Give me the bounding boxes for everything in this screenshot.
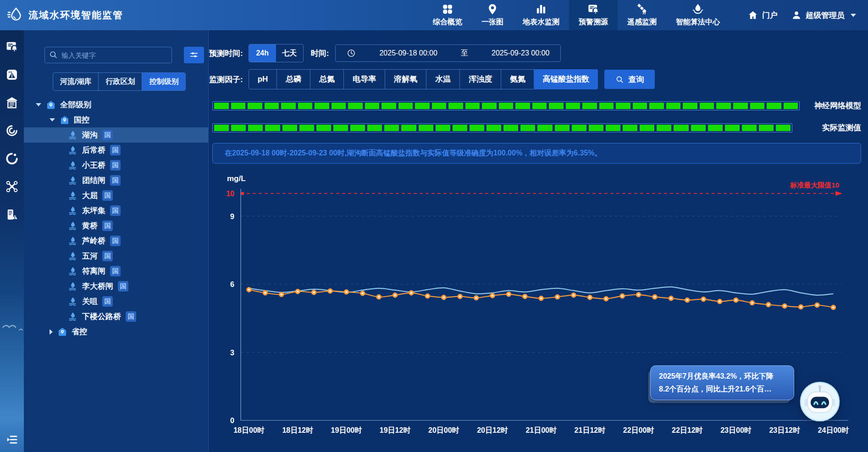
tree-station-11[interactable]: 关咀国 [24, 294, 208, 309]
water-drop-waves-icon [68, 206, 78, 216]
predict-time-label: 预测时间: [209, 48, 243, 59]
accuracy-summary-text: 在2025-09-18 00时-2025-09-23 00时,湖沟断面高锰酸盐指… [225, 149, 602, 158]
station-tree: 全部级别国控湖沟国后常桥国小王桥国团结闸国大屈国东坪集国黄桥国芦岭桥国五河国符离… [24, 97, 208, 339]
time-start-value: 2025-09-18 00:00 [379, 49, 437, 57]
nav-item-2[interactable]: 地表水监测 [513, 0, 569, 30]
portal-link[interactable]: 门户 [748, 10, 778, 21]
factor-option-4[interactable]: 溶解氧 [385, 70, 426, 89]
nav-item-5[interactable]: 智能算法中心 [666, 0, 730, 30]
national-badge: 国 [110, 205, 121, 216]
svg-text:22日12时: 22日12时 [672, 426, 703, 434]
svg-text:18日12时: 18日12时 [282, 426, 313, 434]
svg-text:标准最大限值10: 标准最大限值10 [790, 181, 839, 189]
alert-bell-icon [587, 3, 599, 15]
tree-station-2[interactable]: 小王桥国 [24, 158, 208, 173]
filter-button[interactable] [184, 47, 204, 63]
water-drop-waves-icon [68, 130, 78, 140]
target-spiral-icon [6, 124, 18, 137]
rail-button-2[interactable] [6, 96, 18, 109]
rail-button-3[interactable] [6, 124, 18, 137]
accuracy-segment [470, 125, 484, 131]
tree-tab-2[interactable]: 控制级别 [142, 73, 185, 90]
rail-button-5[interactable] [6, 180, 18, 193]
water-drop-waves-icon [68, 191, 78, 201]
accuracy-segment [515, 103, 530, 109]
keyword-search-input[interactable] [44, 47, 172, 63]
factor-option-5[interactable]: 水温 [426, 70, 459, 89]
satellite-icon [636, 3, 648, 15]
prediction-chart: mg/L 036910标准最大限值1018日00时18日12时19日00时19日… [209, 168, 868, 452]
time-range-picker[interactable]: 2025-09-18 00:00 至 2025-09-23 00:00 [335, 44, 561, 62]
station-name: 东坪集 [82, 205, 105, 216]
tree-station-7[interactable]: 芦岭桥国 [24, 233, 208, 248]
water-drop-waves-icon [68, 160, 78, 171]
nav-item-3[interactable]: 预警溯源 [569, 0, 618, 30]
bar-chart-icon [535, 3, 547, 15]
accuracy-segment [606, 125, 620, 131]
national-badge: 国 [110, 236, 121, 246]
tree-station-5[interactable]: 东坪集国 [24, 203, 208, 218]
svg-text:3: 3 [230, 349, 234, 357]
factor-option-6[interactable]: 浑浊度 [459, 70, 501, 89]
nav-item-1[interactable]: 一张图 [472, 0, 513, 30]
accuracy-segment [487, 125, 501, 131]
factor-option-3[interactable]: 电导率 [343, 70, 385, 89]
predict-option-1[interactable]: 七天 [276, 44, 303, 62]
factor-option-7[interactable]: 氨氮 [501, 70, 534, 89]
svg-text:9: 9 [230, 213, 234, 220]
top-header: 流域水环境智能监管 综合概览一张图地表水监测预警溯源遥感监测智能算法中心 门户 … [0, 0, 868, 30]
accuracy-segment [265, 103, 279, 109]
rail-button-4[interactable] [6, 152, 18, 165]
factor-option-2[interactable]: 总氮 [310, 70, 343, 89]
accuracy-segment [503, 125, 518, 131]
svg-text:21日00时: 21日00时 [525, 426, 557, 434]
collapse-menu-button[interactable] [6, 434, 18, 446]
factor-option-8[interactable]: 高锰酸盐指数 [534, 69, 598, 89]
tree-station-4[interactable]: 大屈国 [24, 188, 208, 203]
accuracy-segment [348, 103, 363, 109]
tree-station-10[interactable]: 李大桥闸国 [24, 279, 208, 294]
tree-station-12[interactable]: 下楼公路桥国 [24, 309, 208, 324]
rail-button-1[interactable] [6, 68, 18, 81]
image-warning-icon [6, 68, 18, 81]
map-pin-icon [487, 3, 498, 15]
tree-station-6[interactable]: 黄桥国 [24, 218, 208, 233]
rail-button-6[interactable] [6, 208, 18, 221]
nav-item-4[interactable]: 遥感监测 [618, 0, 666, 30]
tree-group-row[interactable]: 国控 [24, 112, 208, 127]
accuracy-segment [700, 103, 714, 109]
station-name: 团结闸 [82, 175, 105, 186]
main-content: 预测时间: 24h七天 时间: 2025-09-18 00:00 至 2025-… [209, 30, 868, 452]
tree-station-0[interactable]: 湖沟国 [24, 127, 208, 143]
tree-group-label: 国控 [74, 115, 89, 125]
accuracy-segment [315, 103, 329, 109]
accuracy-segment [436, 125, 450, 131]
tree-root-row[interactable]: 全部级别 [24, 97, 208, 112]
tree-collapsed-group-row[interactable]: 省控 [24, 324, 208, 339]
robot-assistant-icon[interactable] [799, 380, 841, 423]
tree-tab-0[interactable]: 河流/湖库 [53, 73, 98, 90]
accuracy-segment [453, 125, 467, 131]
rail-button-0[interactable] [6, 40, 18, 53]
factor-option-1[interactable]: 总磷 [276, 70, 310, 89]
tree-tab-1[interactable]: 行政区划 [98, 73, 142, 90]
accuracy-segment [282, 125, 297, 131]
tree-station-3[interactable]: 团结闸国 [24, 173, 208, 188]
model-accuracy-bar [212, 101, 800, 110]
home-badge-icon [46, 100, 56, 110]
nav-item-0[interactable]: 综合概览 [423, 0, 472, 30]
accuracy-segment [582, 103, 597, 109]
tree-station-9[interactable]: 符离闸国 [24, 264, 208, 279]
factor-option-0[interactable]: pH [249, 70, 277, 89]
query-button[interactable]: 查询 [604, 70, 655, 89]
predict-option-0[interactable]: 24h [249, 44, 276, 62]
national-badge: 国 [110, 160, 121, 171]
accuracy-segment [776, 125, 791, 131]
tree-station-1[interactable]: 后常桥国 [24, 143, 208, 158]
user-menu[interactable]: 超级管理员 [791, 10, 856, 21]
tree-station-8[interactable]: 五河国 [24, 248, 208, 264]
water-drop-waves-icon [68, 312, 78, 322]
national-badge: 国 [102, 130, 113, 140]
water-drop-waves-icon [68, 176, 78, 186]
home-icon [748, 10, 758, 20]
